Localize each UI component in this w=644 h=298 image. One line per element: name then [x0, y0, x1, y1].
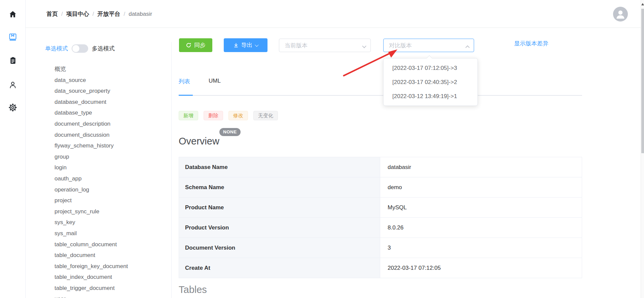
diff-legend: 新增 删除 修改 无变化 [179, 111, 278, 120]
table-row: Database Name databasir [179, 157, 582, 177]
user-icon[interactable] [0, 81, 26, 89]
tree-item[interactable]: table_document [55, 250, 166, 261]
chevron-down-icon [363, 43, 366, 49]
multi-mode-label[interactable]: 多选模式 [92, 45, 115, 52]
diff-status-badge: NONE [219, 128, 241, 136]
dropdown-caret [427, 55, 432, 61]
toggle-knob [479, 40, 487, 47]
vertical-scrollbar [641, 0, 644, 298]
export-button-label: 导出 [241, 41, 253, 49]
tree-item[interactable]: data_source_property [55, 86, 166, 97]
table-row: Schema Name demo [179, 177, 582, 198]
compare-version-dropdown: [2022-03-17 07:12:05]->3 [2022-03-17 02:… [383, 58, 478, 106]
tabs-active-indicator [179, 95, 193, 96]
tree-item[interactable]: operation_log [55, 184, 166, 196]
nav-rail [0, 0, 26, 298]
settings-gear-icon[interactable] [0, 103, 26, 112]
legend-modified-badge: 修改 [228, 111, 248, 120]
table-row: Create At 2022-03-17 07:12:05 [179, 258, 582, 278]
breadcrumb-project-center[interactable]: 项目中心 [66, 10, 89, 18]
notebook-icon[interactable] [0, 33, 26, 42]
row-label: Product Name [179, 198, 380, 217]
chevron-down-icon [255, 43, 258, 46]
tree-item[interactable]: table_column_document [55, 239, 166, 250]
tickets-icon[interactable] [0, 56, 26, 65]
tree-item[interactable]: table_index_document [55, 272, 166, 283]
table-row: Document Version 3 [179, 238, 582, 258]
breadcrumb: 首页 / 项目中心 / 开放平台 / databasir [46, 0, 152, 28]
breadcrumb-separator: / [61, 11, 63, 17]
panel-divider [171, 42, 172, 298]
tree-item[interactable]: project [55, 195, 166, 206]
row-value: MySQL [380, 198, 582, 217]
breadcrumb-separator: / [93, 11, 94, 17]
sync-button[interactable]: 同步 [179, 38, 212, 52]
row-value: 8.0.26 [380, 218, 582, 238]
tree-item[interactable]: data_source [55, 75, 166, 86]
current-version-select[interactable]: 当前版本 [279, 39, 371, 52]
row-label: Schema Name [179, 177, 380, 197]
row-label: Database Name [179, 157, 380, 177]
overview-section-title: Overview [179, 136, 219, 147]
chevron-up-icon [466, 43, 469, 49]
table-row: Product Name MySQL [179, 198, 582, 218]
user-avatar[interactable] [613, 7, 628, 22]
legend-deleted-badge: 删除 [204, 111, 223, 120]
toggle-knob [72, 45, 79, 52]
overview-table: Database Name databasir Schema Name demo… [179, 157, 582, 278]
tree-item[interactable]: database_type [55, 108, 166, 119]
current-version-placeholder: 当前版本 [285, 42, 308, 49]
selection-mode-row: 单选模式 多选模式 [45, 44, 115, 53]
row-value: 2022-03-17 07:12:05 [380, 258, 582, 278]
tables-section-title: Tables [179, 284, 207, 295]
row-label: Product Version [179, 218, 380, 238]
selection-mode-toggle[interactable] [72, 44, 88, 53]
tree-item[interactable]: database_document [55, 97, 166, 108]
legend-unchanged-badge: 无变化 [253, 111, 278, 120]
refresh-icon [186, 42, 191, 48]
table-row: Product Version 8.0.26 [179, 218, 582, 238]
tree-item[interactable]: sys_mail [55, 228, 166, 239]
row-label: Create At [179, 258, 380, 278]
compare-version-placeholder: 对比版本 [389, 42, 412, 49]
legend-added-badge: 新增 [179, 111, 198, 120]
tabs-divider [179, 95, 582, 96]
breadcrumb-home[interactable]: 首页 [46, 10, 58, 18]
tree-item[interactable]: sys_key [55, 217, 166, 228]
scrollbar-thumb[interactable] [641, 9, 644, 153]
row-value: demo [380, 177, 582, 197]
version-option[interactable]: [2022-03-17 02:40:35]->2 [384, 75, 477, 89]
tree-item[interactable]: document_discussion [55, 130, 166, 141]
breadcrumb-open-platform[interactable]: 开放平台 [97, 10, 120, 18]
single-mode-label[interactable]: 单选模式 [45, 45, 68, 52]
row-value: 3 [380, 238, 582, 258]
tab-uml[interactable]: UML [209, 78, 221, 84]
compare-version-select[interactable]: 对比版本 [383, 39, 474, 52]
tree-item[interactable]: user [55, 294, 166, 298]
tree-item[interactable]: login [55, 162, 166, 173]
tab-list[interactable]: 列表 [179, 78, 190, 85]
tree-item[interactable]: project_sync_rule [55, 206, 166, 217]
tree-item[interactable]: flyway_schema_history [55, 140, 166, 152]
tree-item-overview[interactable]: 概览 [55, 64, 166, 75]
download-icon [234, 43, 239, 48]
version-option[interactable]: [2022-03-17 07:12:05]->3 [384, 61, 477, 75]
tree-item[interactable]: oauth_app [55, 173, 166, 184]
export-button[interactable]: 导出 [224, 38, 267, 52]
header: 首页 / 项目中心 / 开放平台 / databasir [26, 0, 641, 28]
breadcrumb-current-page: databasir [129, 11, 152, 17]
tree-item[interactable]: table_trigger_document [55, 283, 166, 294]
home-icon[interactable] [0, 10, 26, 19]
row-label: Document Version [179, 238, 380, 258]
sync-button-label: 同步 [194, 41, 206, 49]
show-diff-label[interactable]: 显示版本差异 [514, 39, 548, 48]
table-tree-list: 概览 data_source data_source_property data… [55, 64, 166, 298]
breadcrumb-separator: / [123, 11, 125, 17]
scrollbar-up-arrow[interactable] [641, 3, 644, 5]
row-value: databasir [380, 157, 582, 177]
tree-item[interactable]: document_description [55, 119, 166, 130]
tree-item[interactable]: table_foreign_key_document [55, 261, 166, 272]
tree-item[interactable]: group [55, 152, 166, 163]
version-option[interactable]: [2022-03-12 13:49:19]->1 [384, 89, 477, 103]
